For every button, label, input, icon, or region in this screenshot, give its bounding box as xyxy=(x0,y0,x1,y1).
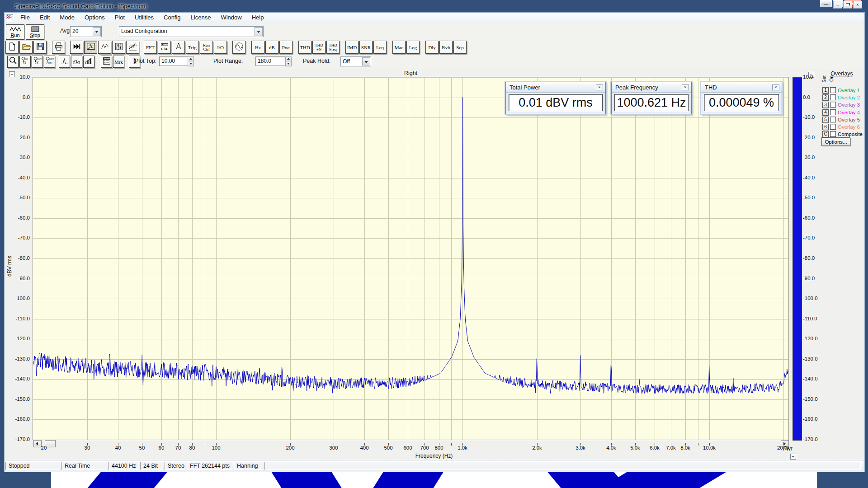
plot-range-value: 180.0 xyxy=(258,58,271,64)
total-power-close-button[interactable]: × xyxy=(596,84,603,90)
mdi-minimize-button[interactable]: – xyxy=(833,1,842,9)
plot-range-spin-down[interactable] xyxy=(285,61,292,66)
overlay-set-button-1[interactable]: 1 xyxy=(822,87,829,94)
menu-item-file[interactable]: File xyxy=(15,13,35,23)
mdi-restore-button[interactable] xyxy=(843,1,852,9)
octave-band-plot-button[interactable] xyxy=(71,56,82,68)
stop-button[interactable]: Stop xyxy=(26,24,44,40)
markers-button[interactable]: Mrk xyxy=(113,56,124,68)
overlay-set-button-5[interactable]: 5 xyxy=(822,117,829,123)
plot-top-spin-down[interactable] xyxy=(188,61,194,66)
main-toolbar-buttons: FFTTrigRunCtrlI/OHzdBPwrTHDTHD+NTHDFreqI… xyxy=(5,41,467,54)
thd-window[interactable]: THD × 0.000049 % xyxy=(701,82,782,114)
overlay-set-button-3[interactable]: 3 xyxy=(822,102,829,108)
configuration-dropdown-button[interactable] xyxy=(255,27,263,36)
overlay-label-5: Overlay 5 xyxy=(838,117,860,122)
thd-freq-button[interactable]: THDFreq xyxy=(326,41,340,54)
narrowband-plot-button[interactable] xyxy=(59,56,70,68)
mdi-minimize-icon: – xyxy=(836,2,839,7)
button-label: THD xyxy=(300,45,310,50)
save-button[interactable] xyxy=(33,41,47,54)
delay-button[interactable]: Dly xyxy=(425,41,439,54)
mdi-document-icon[interactable] xyxy=(6,14,13,21)
trigger-button[interactable]: Trig xyxy=(186,41,199,54)
imd-button[interactable]: IMD xyxy=(345,41,359,54)
thd-button[interactable]: THD xyxy=(298,41,311,54)
signal-generator-button[interactable] xyxy=(232,41,245,54)
spectrogram-view-button[interactable] xyxy=(112,41,125,54)
print-button[interactable] xyxy=(52,41,65,54)
total-power-value: 0.01 dBV rms xyxy=(509,94,603,111)
total-power-window[interactable]: Total Power × 0.01 dBV rms xyxy=(505,82,606,114)
logging-button[interactable]: Log xyxy=(406,41,420,54)
overlay-on-checkbox-3[interactable] xyxy=(830,102,836,108)
overlay-set-button-6[interactable]: 6 xyxy=(822,124,829,130)
hz-units-button[interactable]: Hz xyxy=(251,41,264,54)
open-button[interactable] xyxy=(19,41,33,54)
overlay-set-button-4[interactable]: 4 xyxy=(822,109,829,116)
process-play-button[interactable] xyxy=(70,41,83,54)
bar-plot-button[interactable] xyxy=(83,56,94,68)
scaling-button[interactable] xyxy=(158,41,171,54)
menu-item-mode[interactable]: Mode xyxy=(55,13,80,23)
overlay-on-checkbox-1[interactable] xyxy=(830,87,836,93)
zoom-in-2x-button[interactable]: IN2X xyxy=(19,56,31,68)
y-axis-label-right: -110.0 xyxy=(803,316,823,321)
leq-button[interactable]: Leq xyxy=(373,41,387,54)
overlay-set-button-c[interactable]: C xyxy=(822,131,829,137)
io-device-button[interactable]: I/O xyxy=(214,41,227,54)
peak-hold-dropdown-button[interactable] xyxy=(362,57,370,66)
y-axis-label-left: -60.0 xyxy=(10,215,30,221)
thd-n-button[interactable]: THD+N xyxy=(312,41,326,54)
menu-item-help[interactable]: Help xyxy=(247,13,269,23)
peak-frequency-close-button[interactable]: × xyxy=(682,84,689,90)
snr-button[interactable]: SNR xyxy=(359,41,373,54)
fft-settings-button[interactable]: FFT xyxy=(144,41,157,54)
overlay-on-checkbox-2[interactable] xyxy=(830,94,836,100)
zoom-out-full-button[interactable]: OUTFULL xyxy=(44,56,55,68)
menu-item-edit[interactable]: Edit xyxy=(35,13,55,23)
configuration-select[interactable]: Load Configuration xyxy=(119,26,264,37)
overlay-options-button[interactable]: Options... xyxy=(821,137,850,146)
spectrum-plot[interactable] xyxy=(33,77,788,440)
x-axis-label: 20 xyxy=(31,445,57,450)
time-series-view-button[interactable] xyxy=(98,41,111,54)
minimize-button[interactable]: — xyxy=(820,0,832,8)
peak-frequency-window[interactable]: Peak Frequency × 1000.621 Hz xyxy=(611,82,692,114)
overlay-set-button-2[interactable]: 2 xyxy=(822,94,829,101)
mdi-close-button[interactable]: × xyxy=(853,1,862,9)
overlay-on-checkbox-c[interactable] xyxy=(830,131,836,137)
scope-button[interactable]: Scp xyxy=(453,41,467,54)
overlay-on-checkbox-6[interactable] xyxy=(830,124,836,130)
collapse-power-bar-button[interactable]: − xyxy=(790,454,796,460)
menu-item-utilities[interactable]: Utilities xyxy=(130,13,159,23)
run-button[interactable]: Run xyxy=(6,24,24,40)
spin-up-icon xyxy=(287,58,290,60)
menu-item-license[interactable]: License xyxy=(186,13,216,23)
plot-top-input[interactable]: 10.00 xyxy=(159,56,188,66)
reverb-button[interactable]: Rvb xyxy=(439,41,453,54)
macro-button[interactable]: Mac xyxy=(392,41,406,54)
menu-item-config[interactable]: Config xyxy=(159,13,186,23)
data-window-button[interactable] xyxy=(101,56,112,68)
calibration-button[interactable] xyxy=(172,41,185,54)
overlay-on-checkbox-5[interactable] xyxy=(830,117,836,122)
menu-item-options[interactable]: Options xyxy=(80,13,110,23)
db-units-button[interactable]: dB xyxy=(265,41,278,54)
y-axis-label-left: -50.0 xyxy=(10,195,30,200)
spectrum-view-button[interactable] xyxy=(84,41,97,54)
new-button[interactable] xyxy=(5,41,19,54)
overlay-on-checkbox-4[interactable] xyxy=(830,109,836,115)
thd-close-button[interactable]: × xyxy=(772,84,779,90)
zoom-select-button[interactable] xyxy=(7,56,19,68)
menu-item-plot[interactable]: Plot xyxy=(110,13,130,23)
peak-hold-select[interactable]: Off xyxy=(340,56,371,66)
menu-item-window[interactable]: Window xyxy=(216,13,246,23)
avg-select[interactable]: 20 xyxy=(70,26,102,37)
zoom-out-2x-button[interactable]: OUT2X xyxy=(32,56,43,68)
surface-view-button[interactable] xyxy=(126,41,139,54)
plot-range-input[interactable]: 180.0 xyxy=(255,56,286,66)
run-control-button[interactable]: RunCtrl xyxy=(200,41,213,54)
avg-dropdown-button[interactable] xyxy=(93,27,101,36)
power-units-button[interactable]: Pwr xyxy=(279,41,292,54)
